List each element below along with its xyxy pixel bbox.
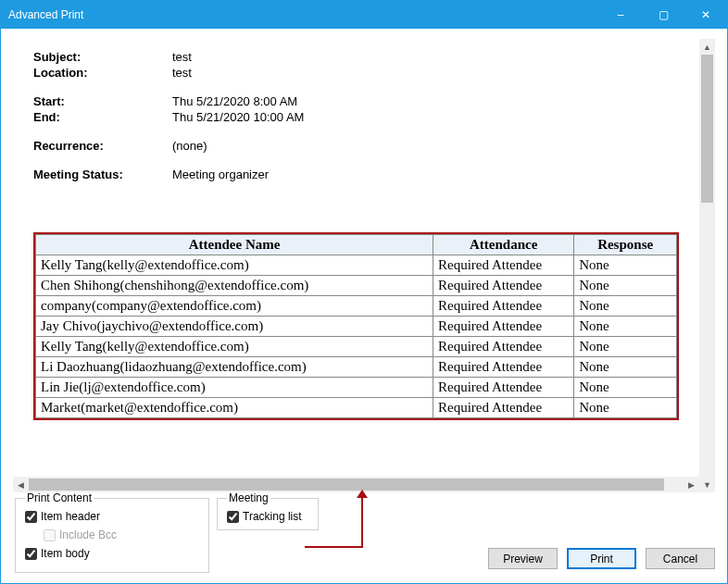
cancel-button[interactable]: Cancel <box>646 548 715 569</box>
item-header-option[interactable]: Item header <box>25 510 199 523</box>
print-content-group: Print Content Item header Include Bcc It… <box>15 491 209 573</box>
table-row: Kelly Tang(kelly@extendoffice.com)Requir… <box>36 337 677 357</box>
tracking-highlight: Attendee Name Attendance Response Kelly … <box>33 232 679 420</box>
vertical-scrollbar[interactable]: ▲ ▼ <box>699 39 715 492</box>
preview-button[interactable]: Preview <box>488 548 558 569</box>
table-row: Kelly Tang(kelly@extendoffice.com)Requir… <box>36 255 677 276</box>
cell-response: None <box>574 296 677 317</box>
window-title: Advanced Print <box>8 8 83 21</box>
meta-location: Location: test <box>33 66 679 80</box>
item-header-label: Item header <box>41 510 100 523</box>
tracking-table: Attendee Name Attendance Response Kelly … <box>35 234 677 418</box>
tracking-list-checkbox[interactable] <box>227 511 239 523</box>
table-row: Jay Chivo(jaychivo@extendoffice.com)Requ… <box>36 317 677 337</box>
table-row: company(company@extendoffice.com)Require… <box>36 296 677 317</box>
item-body-option[interactable]: Item body <box>25 547 199 560</box>
table-row: Li Daozhuang(lidaozhuang@extendoffice.co… <box>36 357 677 378</box>
start-label: Start: <box>33 94 172 108</box>
horizontal-scroll-thumb[interactable] <box>29 478 664 491</box>
maximize-icon: ▢ <box>659 8 669 21</box>
item-body-checkbox[interactable] <box>25 548 37 560</box>
cell-attendance: Required Attendee <box>433 276 574 296</box>
cell-name: Market(market@extendoffice.com) <box>36 398 433 418</box>
col-attendee-name: Attendee Name <box>36 235 433 255</box>
close-button[interactable]: ✕ <box>684 1 727 29</box>
cell-attendance: Required Attendee <box>433 378 574 398</box>
cell-name: company(company@extendoffice.com) <box>36 296 433 317</box>
include-bcc-label: Include Bcc <box>59 528 117 541</box>
caption-buttons: – ▢ ✕ <box>599 1 727 29</box>
meeting-group: Meeting Tracking list <box>217 491 319 530</box>
table-row: Lin Jie(lj@extendoffice.com)Required Att… <box>36 378 677 398</box>
cell-attendance: Required Attendee <box>433 357 574 378</box>
minimize-icon: – <box>618 8 624 21</box>
meta-start: Start: Thu 5/21/2020 8:00 AM <box>33 94 679 108</box>
cell-response: None <box>574 276 677 296</box>
preview-scrollpane: Subject: test Location: test Start: Thu … <box>13 39 715 492</box>
item-header-checkbox[interactable] <box>25 511 37 523</box>
cell-response: None <box>574 337 677 357</box>
cell-response: None <box>574 357 677 378</box>
meta-end: End: Thu 5/21/2020 10:00 AM <box>33 110 679 124</box>
subject-value: test <box>172 50 192 64</box>
meta-recurrence: Recurrence: (none) <box>33 139 679 153</box>
status-label: Meeting Status: <box>33 168 172 181</box>
cell-name: Kelly Tang(kelly@extendoffice.com) <box>36 337 433 357</box>
close-icon: ✕ <box>701 8 710 21</box>
window-frame: Advanced Print – ▢ ✕ Subject: test Locat… <box>0 0 728 584</box>
cell-response: None <box>574 378 677 398</box>
location-value: test <box>172 66 192 80</box>
titlebar: Advanced Print – ▢ ✕ <box>1 1 727 29</box>
scroll-up-icon[interactable]: ▲ <box>699 39 715 55</box>
col-attendance: Attendance <box>433 235 574 255</box>
item-body-label: Item body <box>41 547 90 560</box>
tracking-header-row: Attendee Name Attendance Response <box>36 235 677 255</box>
end-value: Thu 5/21/2020 10:00 AM <box>172 110 304 124</box>
status-value: Meeting organizer <box>172 168 269 181</box>
meta-subject: Subject: test <box>33 50 679 64</box>
maximize-button[interactable]: ▢ <box>642 1 684 29</box>
cell-response: None <box>574 317 677 337</box>
recurrence-label: Recurrence: <box>33 139 172 153</box>
preview-document: Subject: test Location: test Start: Thu … <box>13 39 699 477</box>
cell-name: Jay Chivo(jaychivo@extendoffice.com) <box>36 317 433 337</box>
end-label: End: <box>33 110 172 124</box>
cell-name: Kelly Tang(kelly@extendoffice.com) <box>36 255 433 276</box>
print-content-legend: Print Content <box>25 491 94 504</box>
options-area: Print Content Item header Include Bcc It… <box>13 491 715 575</box>
cell-response: None <box>574 398 677 418</box>
cell-response: None <box>574 255 677 276</box>
meta-status: Meeting Status: Meeting organizer <box>33 168 679 181</box>
table-row: Market(market@extendoffice.com)Required … <box>36 398 677 418</box>
tracking-list-option[interactable]: Tracking list <box>227 510 308 523</box>
recurrence-value: (none) <box>172 139 207 153</box>
table-row: Chen Shihong(chenshihong@extendoffice.co… <box>36 276 677 296</box>
include-bcc-checkbox <box>44 529 56 541</box>
cell-attendance: Required Attendee <box>433 255 574 276</box>
start-value: Thu 5/21/2020 8:00 AM <box>172 94 297 108</box>
include-bcc-option: Include Bcc <box>44 528 199 541</box>
cell-name: Li Daozhuang(lidaozhuang@extendoffice.co… <box>36 357 433 378</box>
minimize-button[interactable]: – <box>599 1 642 29</box>
tracking-list-label: Tracking list <box>243 510 302 523</box>
scroll-down-icon[interactable]: ▼ <box>699 477 715 492</box>
col-response: Response <box>574 235 677 255</box>
vertical-scroll-thumb[interactable] <box>701 55 713 203</box>
dialog-buttons: Preview Print Cancel <box>488 548 715 569</box>
cell-attendance: Required Attendee <box>433 398 574 418</box>
location-label: Location: <box>33 66 172 80</box>
cell-attendance: Required Attendee <box>433 296 574 317</box>
cell-name: Chen Shihong(chenshihong@extendoffice.co… <box>36 276 433 296</box>
scroll-right-icon[interactable]: ▶ <box>684 477 699 492</box>
subject-label: Subject: <box>33 50 172 64</box>
cell-attendance: Required Attendee <box>433 317 574 337</box>
scroll-left-icon[interactable]: ◀ <box>13 477 29 492</box>
cell-attendance: Required Attendee <box>433 337 574 357</box>
meeting-legend: Meeting <box>227 491 270 504</box>
cell-name: Lin Jie(lj@extendoffice.com) <box>36 378 433 398</box>
content-area: Subject: test Location: test Start: Thu … <box>2 30 726 582</box>
print-button[interactable]: Print <box>567 548 636 569</box>
